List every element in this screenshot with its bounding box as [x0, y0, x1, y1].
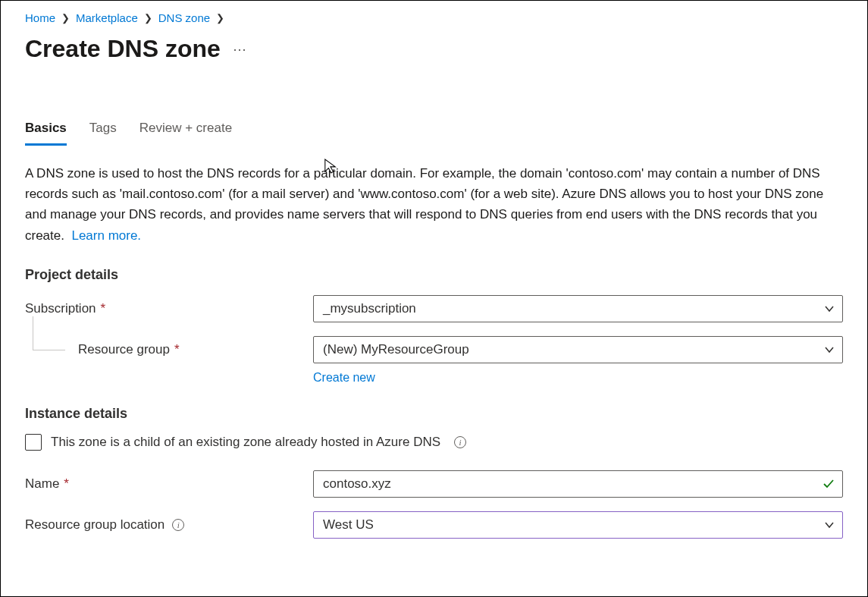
chevron-right-icon: ❯: [216, 12, 224, 24]
tab-review-create[interactable]: Review + create: [139, 116, 232, 146]
subscription-label: Subscription*: [25, 301, 313, 316]
required-indicator: *: [101, 301, 106, 316]
subscription-value: _mysubscription: [323, 301, 416, 316]
chevron-right-icon: ❯: [144, 12, 152, 24]
project-details-heading: Project details: [25, 267, 843, 283]
info-icon[interactable]: i: [454, 436, 466, 448]
name-input[interactable]: contoso.xyz: [313, 470, 843, 498]
breadcrumb-marketplace[interactable]: Marketplace: [76, 11, 138, 24]
chevron-right-icon: ❯: [61, 12, 70, 24]
location-value: West US: [323, 517, 374, 533]
create-new-resource-group-link[interactable]: Create new: [313, 371, 375, 385]
breadcrumb-dns-zone[interactable]: DNS zone: [158, 11, 210, 24]
subscription-select[interactable]: _mysubscription: [313, 295, 843, 322]
tabs: Basics Tags Review + create: [25, 116, 843, 146]
location-select[interactable]: West US: [313, 511, 843, 539]
resource-group-value: (New) MyResourceGroup: [323, 342, 469, 357]
required-indicator: *: [174, 342, 180, 357]
resource-group-select[interactable]: (New) MyResourceGroup: [313, 336, 843, 363]
chevron-down-icon: [824, 520, 835, 530]
checkmark-icon: [823, 478, 835, 490]
child-zone-checkbox[interactable]: [25, 434, 42, 451]
chevron-down-icon: [824, 303, 835, 314]
chevron-down-icon: [824, 344, 835, 355]
info-icon[interactable]: i: [172, 519, 184, 531]
resource-group-label: Resource group*: [25, 342, 313, 357]
breadcrumb-home[interactable]: Home: [25, 11, 55, 24]
page-title: Create DNS zone: [25, 35, 221, 63]
name-label: Name*: [25, 476, 313, 492]
tab-tags[interactable]: Tags: [89, 116, 117, 146]
required-indicator: *: [64, 476, 69, 492]
description-text: A DNS zone is used to host the DNS recor…: [25, 163, 836, 246]
location-label: Resource group location i: [25, 517, 313, 533]
child-zone-label: This zone is a child of an existing zone…: [51, 435, 440, 450]
learn-more-link[interactable]: Learn more.: [71, 228, 141, 243]
more-actions-button[interactable]: ⋯: [233, 41, 248, 58]
name-value: contoso.xyz: [323, 476, 391, 492]
instance-details-heading: Instance details: [25, 406, 843, 422]
breadcrumb: Home ❯ Marketplace ❯ DNS zone ❯: [25, 11, 843, 24]
tab-basics[interactable]: Basics: [25, 116, 67, 146]
